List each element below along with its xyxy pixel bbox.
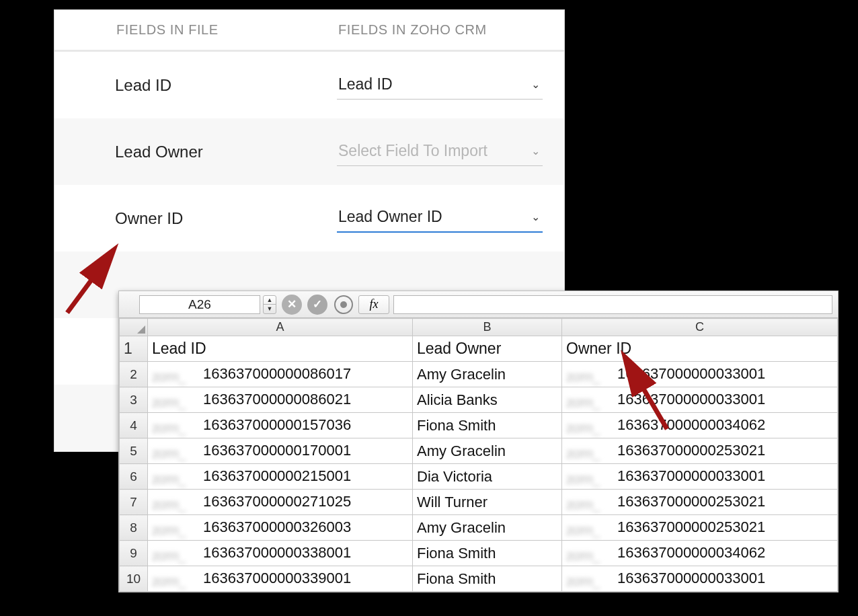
header-fields-in-crm: FIELDS IN ZOHO CRM [338,22,487,38]
cell[interactable]: Amy Gracelin [413,438,562,464]
spreadsheet-grid[interactable]: A B C 1 Lead ID Lead Owner Owner ID 2 zc… [119,318,838,592]
column-header[interactable]: A [148,319,413,336]
table-row: 10 zcrm_163637000000339001 Fiona Smith z… [120,566,838,592]
mapping-header: FIELDS IN FILE FIELDS IN ZOHO CRM [54,10,564,52]
cell[interactable]: zcrm_163637000000033001 [562,387,838,413]
cell[interactable]: Amy Gracelin [413,515,562,541]
blurred-prefix: zcrm_ [152,369,199,384]
cell[interactable]: zcrm_163637000000034062 [562,413,838,438]
stepper-down-icon[interactable]: ▼ [264,305,276,313]
cell[interactable]: Alicia Banks [413,387,562,413]
blurred-prefix: zcrm_ [566,497,613,512]
cell[interactable]: Amy Gracelin [413,362,562,387]
row-header[interactable]: 4 [120,413,148,438]
table-row: 9 zcrm_163637000000338001 Fiona Smith zc… [120,541,838,566]
cell[interactable]: zcrm_163637000000033001 [562,566,838,592]
blurred-prefix: zcrm_ [566,523,613,537]
cell[interactable]: zcrm_163637000000253021 [562,490,838,515]
crm-field-select-owner-id[interactable]: Lead Owner ID ⌄ [337,204,543,233]
file-field-label: Owner ID [115,209,337,228]
row-header[interactable]: 3 [120,387,148,413]
row-header[interactable]: 9 [120,541,148,566]
blurred-prefix: zcrm_ [152,574,199,588]
record-dot-icon [340,301,347,308]
row-header[interactable]: 7 [120,490,148,515]
blurred-prefix: zcrm_ [152,395,199,410]
cell[interactable]: Lead Owner [413,336,562,362]
crm-field-select-lead-owner[interactable]: Select Field To Import ⌄ [337,138,543,166]
fx-button[interactable]: fx [358,295,389,314]
blurred-prefix: zcrm_ [566,369,613,384]
row-header[interactable]: 2 [120,362,148,387]
blurred-prefix: zcrm_ [566,574,613,588]
header-fields-in-file: FIELDS IN FILE [116,22,338,38]
cell[interactable]: zcrm_163637000000215001 [148,464,413,490]
cell[interactable]: zcrm_163637000000326003 [148,515,413,541]
cell[interactable]: zcrm_163637000000253021 [562,438,838,464]
cell[interactable]: zcrm_163637000000338001 [148,541,413,566]
chevron-down-icon: ⌄ [531,210,540,223]
cell[interactable]: zcrm_163637000000339001 [148,566,413,592]
blurred-prefix: zcrm_ [152,523,199,537]
blurred-prefix: zcrm_ [152,548,199,563]
cell[interactable]: Will Turner [413,490,562,515]
mapping-row: Owner ID Lead Owner ID ⌄ [54,185,564,252]
record-button[interactable] [334,295,353,314]
chevron-down-icon: ⌄ [531,78,540,91]
cancel-edit-button[interactable]: ✕ [282,295,302,315]
file-field-label: Lead Owner [115,143,337,161]
row-header[interactable]: 5 [120,438,148,464]
cell[interactable]: zcrm_163637000000033001 [562,362,838,387]
name-box[interactable]: A26 [139,295,260,314]
table-row: 2 zcrm_163637000000086017 Amy Gracelin z… [120,362,838,387]
cell[interactable]: zcrm_163637000000271025 [148,490,413,515]
check-icon: ✓ [313,297,322,311]
cell[interactable]: zcrm_163637000000157036 [148,413,413,438]
table-row: 5 zcrm_163637000000170001 Amy Gracelin z… [120,438,838,464]
cell[interactable]: Lead ID [148,336,413,362]
cell[interactable]: Fiona Smith [413,566,562,592]
crm-field-value: Lead ID [338,75,393,93]
cell[interactable]: Dia Victoria [413,464,562,490]
formula-bar[interactable] [393,295,832,314]
blurred-prefix: zcrm_ [566,548,613,563]
blurred-prefix: zcrm_ [566,471,613,486]
spreadsheet-toolbar: A26 ▲▼ ✕ ✓ fx [119,291,838,318]
select-all-corner[interactable] [120,319,148,336]
cell[interactable]: zcrm_163637000000253021 [562,515,838,541]
blurred-prefix: zcrm_ [152,471,199,486]
cell[interactable]: zcrm_163637000000086021 [148,387,413,413]
row-header[interactable]: 8 [120,515,148,541]
cell[interactable]: zcrm_163637000000034062 [562,541,838,566]
table-row: 1 Lead ID Lead Owner Owner ID [120,336,838,362]
close-icon: ✕ [287,297,297,311]
spreadsheet-window: A26 ▲▼ ✕ ✓ fx A B C 1 Lead ID Lead Owner… [118,291,838,592]
column-header[interactable]: C [562,319,838,336]
stepper-up-icon[interactable]: ▲ [264,296,276,305]
table-row: 4 zcrm_163637000000157036 Fiona Smith zc… [120,413,838,438]
table-row: 8 zcrm_163637000000326003 Amy Gracelin z… [120,515,838,541]
table-row: 7 zcrm_163637000000271025 Will Turner zc… [120,490,838,515]
cell[interactable]: Owner ID [562,336,838,362]
column-header[interactable]: B [413,319,562,336]
crm-field-select-lead-id[interactable]: Lead ID ⌄ [337,71,543,100]
blurred-prefix: zcrm_ [566,395,613,410]
cell[interactable]: Fiona Smith [413,541,562,566]
table-row: 6 zcrm_163637000000215001 Dia Victoria z… [120,464,838,490]
row-header[interactable]: 6 [120,464,148,490]
row-header[interactable]: 1 [120,336,148,362]
blurred-prefix: zcrm_ [566,420,613,435]
name-box-stepper[interactable]: ▲▼ [263,295,276,314]
confirm-edit-button[interactable]: ✓ [307,295,327,315]
crm-field-value: Select Field To Import [338,142,488,159]
file-field-label: Lead ID [115,76,337,95]
cell[interactable]: Fiona Smith [413,413,562,438]
row-header[interactable]: 10 [120,566,148,592]
blurred-prefix: zcrm_ [566,446,613,461]
crm-field-value: Lead Owner ID [338,208,442,225]
cell[interactable]: zcrm_163637000000170001 [148,438,413,464]
cell[interactable]: zcrm_163637000000033001 [562,464,838,490]
cell[interactable]: zcrm_163637000000086017 [148,362,413,387]
chevron-down-icon: ⌄ [531,145,540,157]
blurred-prefix: zcrm_ [152,446,199,461]
